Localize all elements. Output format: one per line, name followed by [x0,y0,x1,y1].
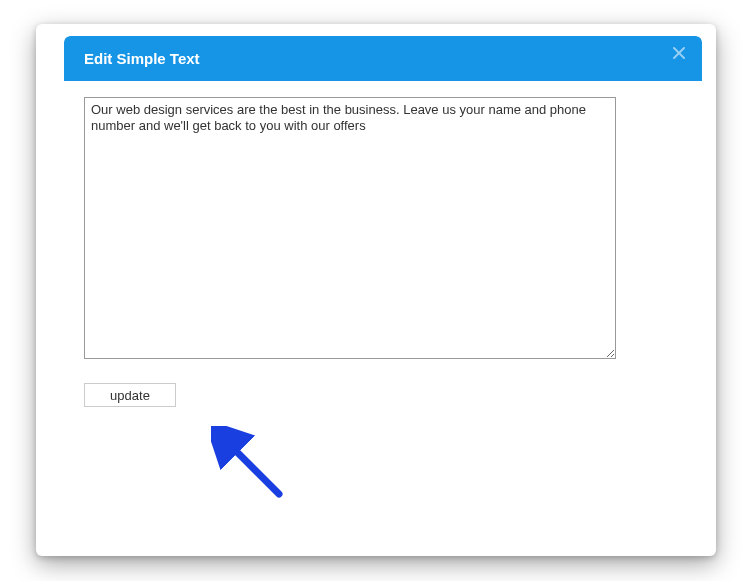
modal-wrapper: Edit Simple Text update [36,24,716,556]
update-button[interactable]: update [84,383,176,407]
modal-header: Edit Simple Text [64,36,702,81]
modal-title: Edit Simple Text [84,50,200,67]
close-icon[interactable] [672,46,688,62]
modal-body: update [64,81,702,427]
modal-dialog: Edit Simple Text update [64,36,702,536]
content-textarea[interactable] [84,97,616,359]
